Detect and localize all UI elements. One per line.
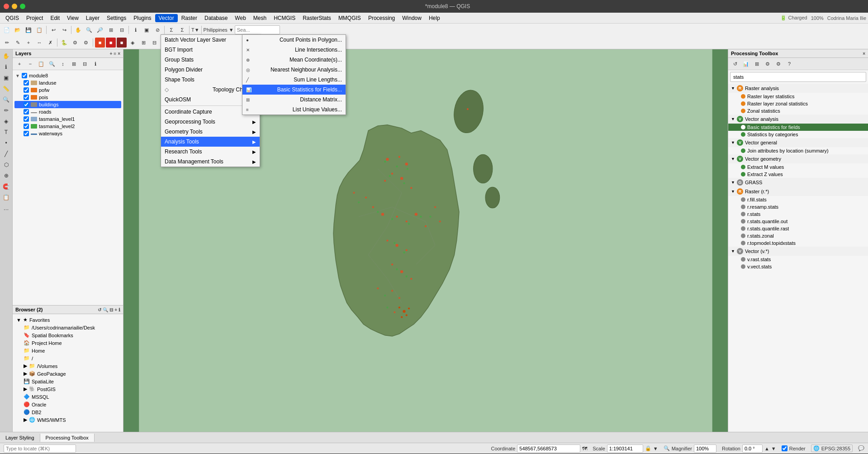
browser-db2[interactable]: 🔵 DB2 — [14, 408, 121, 416]
analysis-line-intersections[interactable]: ✕ Line Intersections... — [242, 45, 346, 55]
processing-button[interactable]: ⚙ — [81, 38, 91, 48]
scale-dropdown-icon[interactable]: ▼ — [653, 446, 658, 451]
redo-button[interactable]: ↪ — [59, 25, 69, 35]
layer-item-tasmania1[interactable]: tasmania_level1 — [14, 115, 121, 123]
browser-desktop[interactable]: 📁 /Users/codrinamariailie/Desk — [14, 324, 121, 331]
identify-button[interactable]: ℹ — [131, 25, 141, 35]
browser-root[interactable]: 📁 / — [14, 354, 121, 362]
sidebar-polygon-icon[interactable]: ⬡ — [1, 160, 11, 170]
layer-item-pois[interactable]: pois — [14, 94, 121, 101]
layer-checkbox-waterways[interactable] — [24, 131, 29, 136]
proc-item-extract-m[interactable]: Extract M values — [728, 163, 868, 171]
browser-info-icon[interactable]: ℹ — [119, 307, 120, 312]
deselect-button[interactable]: ⊘ — [152, 25, 162, 35]
browser-volumes[interactable]: ▶ 📁 /Volumes — [14, 362, 121, 370]
layer-item-roads[interactable]: roads — [14, 108, 121, 115]
proc-item-basic-stats[interactable]: Basic statistics for fields — [728, 124, 868, 131]
proc-group-vector-general-header[interactable]: ▼ V Vector general — [728, 138, 868, 147]
menu-mesh[interactable]: Mesh — [250, 14, 270, 22]
sidebar-line-icon[interactable]: ╱ — [1, 149, 11, 159]
dd-item-geometry-tools[interactable]: Geometry Tools ▶ — [161, 127, 260, 137]
browser-home[interactable]: 📁 Home — [14, 347, 121, 354]
menu-database[interactable]: Database — [201, 14, 231, 22]
save-as-button[interactable]: 📋 — [34, 25, 44, 35]
maximize-button[interactable] — [20, 4, 25, 9]
proc-group-vector-analysis-header[interactable]: ▼ V Vector analysis — [728, 115, 868, 124]
filter-layer-button[interactable]: 🔍 — [47, 59, 57, 69]
zoom-extent-button[interactable]: ⊞ — [106, 25, 116, 35]
layer-checkbox-landuse[interactable] — [24, 80, 29, 86]
analysis-basic-stats[interactable]: 📊 Basic Statistics for Fields... — [242, 85, 346, 95]
browser-postgis[interactable]: ▶ 🐘 PostGIS — [14, 385, 121, 393]
open-attribute-button[interactable]: 📋 — [36, 59, 46, 69]
sidebar-measure-icon[interactable]: 📏 — [1, 84, 11, 94]
sidebar-zoom-icon[interactable]: 🔍 — [1, 95, 11, 105]
sidebar-forms-icon[interactable]: 📋 — [1, 192, 11, 202]
proc-item-rstats-quantile-rast[interactable]: r.stats.quantile.rast — [728, 225, 868, 232]
python-console[interactable]: 🐍 — [59, 38, 69, 48]
sidebar-select-icon[interactable]: ▣ — [1, 73, 11, 83]
dd-item-geoprocessing[interactable]: Geoprocessing Tools ▶ — [161, 117, 260, 127]
epsg-display[interactable]: 🌐 EPSG:28355 — [811, 444, 853, 452]
sidebar-capture-icon[interactable]: ⊕ — [1, 171, 11, 181]
proc-model-button[interactable]: ⊞ — [752, 59, 762, 69]
proc-item-vvectstats[interactable]: v.vect.stats — [728, 263, 868, 270]
browser-wms[interactable]: ▶ 🌐 WMS/WMTS — [14, 416, 121, 424]
browser-collapse-icon[interactable]: ⊟ — [109, 307, 113, 312]
browser-filter-icon[interactable]: 🔍 — [103, 307, 108, 312]
sidebar-point-icon[interactable]: • — [1, 138, 11, 148]
group-checkbox[interactable] — [22, 73, 27, 78]
browser-geopackage[interactable]: ▶ 📦 GeoPackage — [14, 370, 121, 378]
zoom-layer-button[interactable]: ⊟ — [117, 25, 127, 35]
menu-plugins[interactable]: Plugins — [130, 14, 155, 22]
menu-view[interactable]: View — [63, 14, 82, 22]
proc-results-button[interactable]: 📊 — [741, 59, 751, 69]
scale-lock-icon[interactable]: 🔒 — [645, 445, 651, 451]
layer-checkbox-roads[interactable] — [24, 109, 29, 115]
layer-item-tasmania2[interactable]: tasmania_level2 — [14, 123, 121, 130]
layer-checkbox-pois[interactable] — [24, 95, 29, 100]
render-checkbox[interactable] — [782, 445, 787, 451]
layer-checkbox-pofw[interactable] — [24, 87, 29, 93]
delete-feature-button[interactable]: ✗ — [45, 38, 55, 48]
locate-input[interactable] — [4, 444, 76, 453]
proc-help-button[interactable]: ? — [784, 59, 794, 69]
proc-group-grass-header[interactable]: ▼ G GRASS — [728, 178, 868, 187]
layer-item-waterways[interactable]: waterways — [14, 130, 121, 137]
collapse-all-button[interactable]: ⊟ — [80, 59, 90, 69]
dd-item-data-management[interactable]: Data Management Tools ▶ — [161, 157, 260, 167]
digitize-button[interactable]: ✏ — [2, 38, 12, 48]
layers-menu-icon[interactable]: ≡ — [114, 51, 116, 56]
sidebar-snapping-icon[interactable]: 🧲 — [1, 182, 11, 191]
layers-close-icon[interactable]: × — [118, 51, 120, 56]
sidebar-label-icon[interactable]: T — [1, 127, 11, 137]
save-project-button[interactable]: 💾 — [24, 25, 33, 35]
browser-refresh-icon[interactable]: ↺ — [98, 307, 101, 312]
menu-processing[interactable]: Processing — [365, 14, 398, 22]
layer-item-buildings[interactable]: buildings — [14, 101, 121, 108]
menu-edit[interactable]: Edit — [47, 14, 63, 22]
proc-group-vector-v-header[interactable]: ▼ V Vector (v.*) — [728, 247, 868, 256]
layer-button-3[interactable]: ■ — [117, 38, 127, 48]
sidebar-info-icon[interactable]: ℹ — [1, 62, 11, 72]
proc-item-rstats-zonal[interactable]: r.stats.zonal — [728, 232, 868, 239]
proc-item-rtopmodel[interactable]: r.topmodel.topidxstats — [728, 239, 868, 247]
dd-item-research-tools[interactable]: Research Tools ▶ — [161, 147, 260, 157]
layer-item-pofw[interactable]: pofw — [14, 86, 121, 94]
proc-settings-button[interactable]: ⚙ — [773, 59, 783, 69]
sidebar-node-icon[interactable]: ◈ — [1, 116, 11, 126]
proc-item-rstats[interactable]: r.stats — [728, 210, 868, 218]
proc-item-vraststats[interactable]: v.rast.stats — [728, 256, 868, 263]
proc-group-raster-analysis-header[interactable]: ▼ R Raster analysis — [728, 84, 868, 93]
layer-button-6[interactable]: ⊟ — [149, 38, 159, 48]
menu-settings[interactable]: Settings — [103, 14, 130, 22]
menu-project[interactable]: Project — [23, 14, 47, 22]
menu-web[interactable]: Web — [231, 14, 249, 22]
menu-qgis[interactable]: QGIS — [2, 14, 23, 22]
browser-spatialite[interactable]: 💾 SpatiaLite — [14, 378, 121, 385]
browser-mssql[interactable]: 🔷 MSSQL — [14, 393, 121, 401]
field-calculator[interactable]: Σ — [166, 25, 176, 35]
processing-search-input[interactable] — [730, 72, 866, 82]
processing-close-icon[interactable]: × — [863, 51, 865, 56]
analysis-list-unique[interactable]: ≡ List Unique Values... — [242, 105, 346, 115]
